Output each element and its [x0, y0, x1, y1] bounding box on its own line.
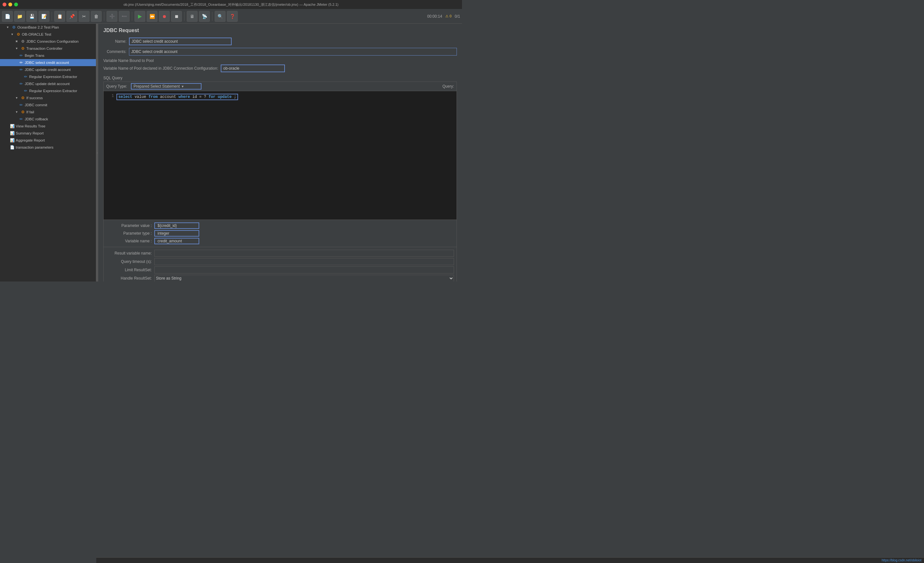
variable-name-label: Variable name : — [106, 239, 154, 243]
delete-button[interactable]: 🗑 — [91, 11, 102, 22]
sidebar-item-aggregate-report[interactable]: 📊 Aggregate Report — [0, 137, 96, 144]
sidebar-item-begin-trans[interactable]: ✏ Begin Trans — [0, 52, 96, 59]
param-type-box[interactable]: integer — [154, 230, 199, 237]
sidebar-item-jdbc-select-credit[interactable]: ✏ JDBC select credit account — [0, 59, 96, 66]
regex-debit-icon: ✏ — [23, 88, 28, 93]
remote-stop-button[interactable]: 📡 — [199, 11, 210, 22]
titlebar: ob.jmx (/Users/qing.mei/Documents/2018_工… — [0, 0, 462, 9]
result-variable-label: Result variable name: — [106, 251, 154, 255]
jdbc-update-credit-label: JDBC update credit account — [25, 68, 70, 72]
ob-oracle-expand-icon: ▼ — [10, 32, 15, 37]
search-button[interactable]: 🔍 — [214, 11, 225, 22]
pool-variable-label: Variable Name of Pool declared in JDBC C… — [103, 66, 218, 71]
sidebar-item-view-results[interactable]: 📊 View Results Tree — [0, 123, 96, 130]
handle-resultset-select[interactable]: Store as String Store as Object Count Re… — [154, 275, 454, 281]
begin-trans-icon: ✏ — [19, 53, 24, 58]
sql-kw-select: select — [118, 95, 132, 99]
sidebar-item-ob-oracle[interactable]: ▼ ⚙ OB-ORACLE Test — [0, 31, 96, 38]
limit-resultset-input[interactable] — [154, 266, 454, 273]
run-button[interactable]: ▶ — [134, 11, 146, 22]
sidebar-item-if-fail[interactable]: ▼ ⚙ If fail — [0, 108, 96, 116]
jdbc-update-credit-icon: ✏ — [19, 67, 24, 72]
main-layout: ▼ ⚙ OceanBase 2.2 Test Plan ▼ ⚙ OB-ORACL… — [0, 24, 462, 281]
sidebar-item-jdbc-commit[interactable]: ✏ JDBC commit — [0, 101, 96, 108]
open-button[interactable]: 📁 — [14, 11, 25, 22]
handle-resultset-label: Handle ResultSet: — [106, 276, 154, 281]
add-button[interactable]: ➕ — [106, 11, 117, 22]
sidebar-item-transaction-ctrl[interactable]: ▼ ⚙ Transaction Controller — [0, 45, 96, 52]
sql-editor[interactable]: 1 select value from account where id = ?… — [104, 91, 456, 219]
handle-resultset-row: Handle ResultSet: Store as String Store … — [104, 274, 456, 281]
sidebar-item-regex-debit[interactable]: ✏ Regular Expression Extractor — [0, 87, 96, 95]
sidebar-item-summary-report[interactable]: 📊 Summary Report — [0, 130, 96, 137]
save-button[interactable]: 💾 — [26, 11, 37, 22]
sidebar-item-testplan[interactable]: ▼ ⚙ OceanBase 2.2 Test Plan — [0, 24, 96, 31]
jdbc-rollback-label: JDBC rollback — [25, 117, 48, 121]
variable-name-bound-section: Variable Name Bound to Pool — [103, 59, 457, 63]
sql-line-1: 1 select value from account where id = ?… — [106, 94, 454, 100]
result-variable-input[interactable] — [154, 250, 454, 257]
saveas-button[interactable]: 📝 — [39, 11, 50, 22]
resize-dots-icon: ··· — [96, 152, 99, 153]
comments-input[interactable] — [129, 48, 457, 56]
if-success-expand-icon: ▼ — [14, 95, 19, 101]
query-timeout-input[interactable] — [154, 258, 454, 265]
variable-name-value: credit_amount — [158, 239, 182, 243]
jdbc-select-credit-icon: ✏ — [19, 60, 24, 65]
param-value: ${credit_id} — [158, 224, 177, 228]
param-value-label: Parameter value : — [106, 224, 154, 228]
help-button[interactable]: ❓ — [227, 11, 238, 22]
begin-trans-label: Begin Trans — [25, 54, 44, 57]
remove-button[interactable]: ➖ — [119, 11, 130, 22]
param-type-value: integer — [158, 231, 170, 236]
trans-ctrl-icon: ⚙ — [20, 46, 26, 51]
sidebar-item-jdbc-config[interactable]: ✖ ⚙ JDBC Connection Configuration — [0, 38, 96, 45]
regex-debit-label: Regular Expression Extractor — [29, 89, 77, 93]
param-value-row: Parameter value : ${credit_id} — [104, 222, 456, 230]
stop-button[interactable]: ⏺ — [159, 11, 170, 22]
sidebar-item-jdbc-update-debit[interactable]: ✏ JDBC update debit account — [0, 80, 96, 87]
jdbc-select-credit-label: JDBC select credit account — [25, 61, 69, 65]
close-button[interactable] — [3, 3, 6, 6]
copy-button[interactable]: 📋 — [54, 11, 65, 22]
limit-resultset-label: Limit ResultSet: — [106, 268, 154, 272]
query-type-dropdown-icon: ▼ — [181, 85, 184, 88]
view-results-label: View Results Tree — [16, 124, 45, 128]
minimize-button[interactable] — [8, 3, 12, 6]
separator-2 — [104, 12, 104, 21]
summary-report-label: Summary Report — [16, 131, 44, 135]
line-number-1: 1 — [106, 94, 114, 100]
sidebar-item-transaction-params[interactable]: 📄 transaction parameters — [0, 144, 96, 151]
sidebar: ▼ ⚙ OceanBase 2.2 Test Plan ▼ ⚙ OB-ORACL… — [0, 24, 96, 281]
toolbar: 📄 📁 💾 📝 📋 📌 ✂ 🗑 ➕ ➖ ▶ ⏩ ⏺ ⏹ 🖥 📡 🔍 ❓ 00:0… — [0, 9, 462, 24]
sidebar-item-jdbc-update-credit[interactable]: ✏ JDBC update credit account — [0, 66, 96, 73]
toolbar-stats: 00:00:14 ⚠ 0 0/1 — [427, 14, 460, 19]
variable-name-bound-label: Variable Name Bound to Pool — [103, 59, 154, 63]
jdbc-commit-icon: ✏ — [19, 102, 24, 108]
jdbc-config-label: JDBC Connection Configuration — [26, 39, 79, 44]
if-fail-label: If fail — [26, 110, 34, 114]
sql-val-5: ; — [234, 95, 236, 99]
cut-button[interactable]: ✂ — [79, 11, 90, 22]
remote-start-button[interactable]: 🖥 — [187, 11, 198, 22]
name-input[interactable] — [129, 38, 232, 45]
paste-button[interactable]: 📌 — [66, 11, 77, 22]
run-all-button[interactable]: ⏩ — [147, 11, 158, 22]
sidebar-item-if-success[interactable]: ▼ ⚙ If success — [0, 95, 96, 101]
sidebar-item-regex-credit[interactable]: ✏ Regular Expression Extractor — [0, 73, 96, 80]
ob-oracle-label: OB-ORACLE Test — [22, 32, 51, 36]
new-button[interactable]: 📄 — [2, 11, 13, 22]
query-type-row: Query Type: Prepared Select Statement ▼ … — [104, 82, 456, 91]
shutdown-button[interactable]: ⏹ — [171, 11, 182, 22]
query-type-select[interactable]: Prepared Select Statement ▼ — [131, 83, 201, 90]
sidebar-item-jdbc-rollback[interactable]: ✏ JDBC rollback — [0, 116, 96, 123]
maximize-button[interactable] — [14, 3, 18, 6]
query-label-right: Query: — [442, 84, 454, 89]
testplan-icon: ⚙ — [11, 25, 16, 30]
window-controls[interactable] — [3, 3, 18, 6]
params-section: Parameter value : ${credit_id} Parameter… — [104, 219, 456, 247]
variable-name-box[interactable]: credit_amount — [154, 238, 199, 244]
param-value-box[interactable]: ${credit_id} — [154, 222, 199, 229]
pool-variable-input[interactable] — [221, 65, 285, 72]
warnings-count: ⚠ 0 — [446, 14, 452, 18]
